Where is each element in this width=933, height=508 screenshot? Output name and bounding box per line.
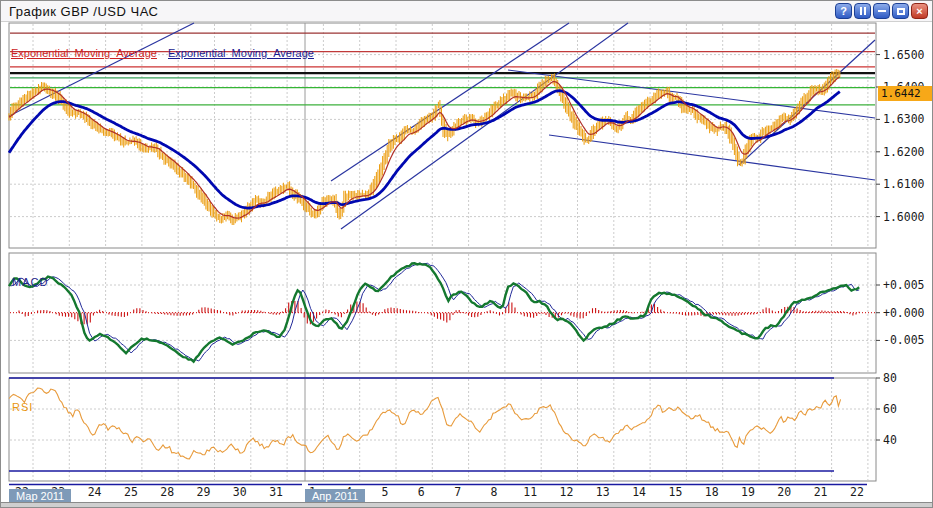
- axis-tick-label: 15: [668, 485, 682, 499]
- axis-tick-label: 29: [197, 485, 211, 499]
- axis-tick-label: +0.000: [883, 306, 925, 320]
- window-bottom-border: [1, 502, 932, 507]
- chart-area[interactable]: 1.65001.64001.63001.62001.61001.6000+0.0…: [1, 22, 933, 508]
- current-price-badge: 1.6442: [878, 86, 933, 101]
- window-title: График GBP /USD ЧАС: [9, 4, 158, 19]
- collapse-button[interactable]: [873, 3, 890, 19]
- axis-tick-label: 5: [382, 485, 389, 499]
- pause-icon: [860, 7, 866, 15]
- help-button[interactable]: ?: [835, 3, 852, 19]
- axis-tick-label: 20: [777, 485, 791, 499]
- axis-tick-label: 80: [883, 371, 897, 385]
- axis-tick-label: 60: [883, 402, 897, 416]
- macd-panel-label: MACD: [12, 276, 48, 288]
- month-label-april: Апр 2011: [305, 489, 365, 503]
- axis-tick-label: 28: [160, 485, 174, 499]
- axis-tick-label: 1.6000: [883, 210, 925, 224]
- axis-tick-label: 14: [632, 485, 646, 499]
- month-label-march: Мар 2011: [9, 489, 71, 503]
- maximize-icon: [897, 8, 905, 15]
- axis-tick-label: 8: [490, 485, 497, 499]
- axis-tick-label: 31: [269, 485, 283, 499]
- axis-tick-label: 22: [850, 485, 864, 499]
- axis-tick-label: 7: [454, 485, 461, 499]
- window-buttons: ? ×: [835, 3, 928, 19]
- axis-tick-label: 1.6300: [883, 112, 925, 126]
- axis-tick-label: 40: [883, 433, 897, 447]
- axis-tick-label: 24: [88, 485, 102, 499]
- close-button[interactable]: ×: [911, 3, 928, 19]
- axis-tick-label: 18: [705, 485, 719, 499]
- axis-tick-label: 1.6100: [883, 177, 925, 191]
- axis-tick-label: 25: [124, 485, 138, 499]
- axis-tick-label: 13: [596, 485, 610, 499]
- axis-tick-label: 11: [523, 485, 537, 499]
- title-bar[interactable]: График GBP /USD ЧАС ? ×: [1, 1, 932, 22]
- axis-tick-label: 6: [418, 485, 425, 499]
- maximize-button[interactable]: [892, 3, 909, 19]
- chart-canvas[interactable]: 1.65001.64001.63001.62001.61001.6000+0.0…: [1, 22, 933, 508]
- axis-tick-label: 12: [560, 485, 574, 499]
- rsi-panel-label: RSI: [12, 401, 33, 413]
- axis-tick-label: 1.6200: [883, 145, 925, 159]
- axis-tick-label: 1.6500: [883, 48, 925, 62]
- axis-tick-label: -0.005: [883, 333, 925, 347]
- axis-tick-label: +0.005: [883, 278, 925, 292]
- axis-tick-label: 21: [814, 485, 828, 499]
- axis-tick-label: 30: [233, 485, 247, 499]
- collapse-icon: [878, 10, 886, 12]
- chart-window: График GBP /USD ЧАС ? × 1.65001.64001.63…: [0, 0, 933, 508]
- ema-legend-blue[interactable]: Exponential_Moving_Average: [168, 47, 314, 59]
- axis-tick-label: 19: [741, 485, 755, 499]
- pause-button[interactable]: [854, 3, 871, 19]
- ema-legend-red[interactable]: Exponential_Moving_Average: [11, 47, 157, 59]
